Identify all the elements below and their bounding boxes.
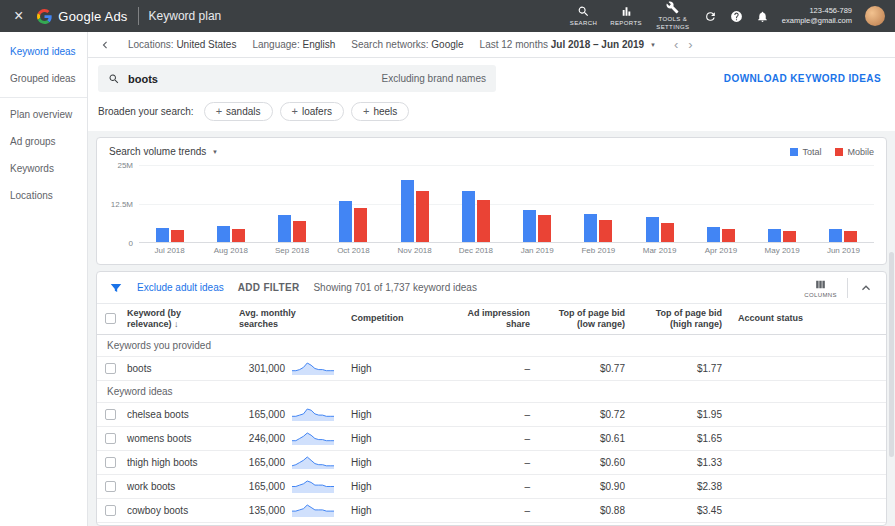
row-checkbox[interactable] bbox=[105, 409, 116, 420]
row-checkbox[interactable] bbox=[105, 363, 116, 374]
language-setting[interactable]: Language: English bbox=[252, 39, 335, 50]
broaden-chip-sandals[interactable]: +sandals bbox=[204, 102, 273, 121]
bar-total-sep-2018[interactable] bbox=[278, 215, 291, 242]
google-ads-brand[interactable]: Google Ads bbox=[37, 9, 127, 24]
chevron-down-icon: ▼ bbox=[650, 42, 656, 48]
bar-total-nov-2018[interactable] bbox=[401, 180, 414, 242]
bar-total-mar-2019[interactable] bbox=[646, 217, 659, 242]
bar-mobile-apr-2019[interactable] bbox=[722, 229, 735, 242]
sidebar-item-ad-groups[interactable]: Ad groups bbox=[0, 128, 87, 155]
legend-item-mobile[interactable]: Mobile bbox=[835, 147, 874, 157]
bar-mobile-aug-2018[interactable] bbox=[232, 229, 245, 242]
plus-icon: + bbox=[292, 106, 298, 117]
vertical-scrollbar[interactable] bbox=[889, 252, 894, 457]
bar-mobile-oct-2018[interactable] bbox=[354, 208, 367, 242]
column-header-top-of-page-bid-high-range[interactable]: Top of page bid (high range) bbox=[633, 304, 730, 334]
help-icon[interactable] bbox=[730, 10, 743, 23]
refresh-icon[interactable] bbox=[704, 10, 717, 23]
bar-total-oct-2018[interactable] bbox=[339, 201, 352, 242]
bar-mobile-feb-2019[interactable] bbox=[599, 220, 612, 242]
row-checkbox[interactable] bbox=[105, 505, 116, 516]
sidebar-item-plan-overview[interactable]: Plan overview bbox=[0, 97, 87, 128]
sidebar-item-locations[interactable]: Locations bbox=[0, 182, 87, 209]
row-checkbox[interactable] bbox=[105, 433, 116, 444]
bar-mobile-sep-2018[interactable] bbox=[293, 221, 306, 242]
broaden-chip-heels[interactable]: +heels bbox=[351, 102, 409, 121]
row-checkbox[interactable] bbox=[105, 481, 116, 492]
bar-mobile-jan-2019[interactable] bbox=[538, 215, 551, 242]
y-tick-label: 0 bbox=[129, 239, 133, 248]
sidebar-item-keywords[interactable]: Keywords bbox=[0, 155, 87, 182]
add-filter-button[interactable]: ADD FILTER bbox=[238, 282, 300, 293]
column-header-account-status[interactable]: Account status bbox=[730, 304, 886, 334]
columns-button[interactable]: COLUMNS bbox=[804, 278, 837, 298]
search-query: boots bbox=[128, 73, 158, 85]
next-period-icon[interactable]: › bbox=[686, 37, 694, 52]
column-header-ad-impression-share[interactable]: Ad impression share bbox=[438, 304, 538, 334]
column-header-keyword-by-relevance[interactable]: Keyword (by relevance) ↓ bbox=[119, 304, 231, 334]
filter-row: Exclude adult ideas ADD FILTER Showing 7… bbox=[97, 272, 886, 304]
top-of-page-bid-low-cell: $0.61 bbox=[538, 426, 633, 450]
notifications-bell-icon[interactable] bbox=[756, 10, 769, 23]
account-status-cell bbox=[730, 402, 886, 426]
chip-label: heels bbox=[373, 106, 397, 117]
bar-total-aug-2018[interactable] bbox=[217, 226, 230, 242]
chart-plot bbox=[139, 165, 874, 243]
column-header-top-of-page-bid-low-range[interactable]: Top of page bid (low range) bbox=[538, 304, 633, 334]
date-range-dropdown[interactable]: Last 12 months Jul 2018 – Jun 2019 ▼ bbox=[480, 39, 656, 50]
bar-total-may-2019[interactable] bbox=[768, 229, 781, 242]
search-networks-value: Google bbox=[431, 39, 463, 50]
row-checkbox[interactable] bbox=[105, 457, 116, 468]
tools-settings-nav-button[interactable]: TOOLS & SETTINGS bbox=[655, 1, 691, 31]
bar-mobile-dec-2018[interactable] bbox=[477, 200, 490, 242]
searches-value: 246,000 bbox=[249, 433, 285, 444]
app-body: Keyword ideasGrouped ideasPlan overviewA… bbox=[0, 32, 895, 526]
searches-value-wrap: 165,000 bbox=[239, 455, 335, 470]
bar-mobile-may-2019[interactable] bbox=[783, 231, 796, 242]
select-all-checkbox[interactable] bbox=[105, 313, 116, 324]
ad-impression-share-cell: – bbox=[438, 356, 538, 380]
chart-type-dropdown[interactable]: Search volume trends ▼ bbox=[109, 146, 218, 157]
bar-group-feb-2019 bbox=[568, 165, 629, 242]
topbar: × Google Ads Keyword plan SEARCH REPORTS… bbox=[0, 0, 895, 32]
exclude-adult-ideas-link[interactable]: Exclude adult ideas bbox=[137, 282, 224, 293]
bar-mobile-nov-2018[interactable] bbox=[416, 191, 429, 242]
competition-cell: High bbox=[343, 498, 438, 522]
x-tick-label: Apr 2019 bbox=[690, 246, 751, 255]
bar-mobile-mar-2019[interactable] bbox=[661, 223, 674, 242]
keyword-search-input[interactable]: boots Excluding brand names bbox=[98, 65, 496, 92]
locations-setting[interactable]: Locations: United States bbox=[128, 39, 236, 50]
back-icon[interactable] bbox=[98, 38, 112, 52]
avg-monthly-searches-cell: 135,000 bbox=[231, 498, 343, 522]
bar-total-apr-2019[interactable] bbox=[707, 227, 720, 242]
bar-mobile-jun-2019[interactable] bbox=[844, 231, 857, 242]
avg-monthly-searches-cell: 201,000 bbox=[231, 522, 343, 526]
bar-group-oct-2018 bbox=[323, 165, 384, 242]
avatar[interactable] bbox=[865, 6, 885, 26]
legend-item-total[interactable]: Total bbox=[790, 147, 821, 157]
bar-total-jun-2019[interactable] bbox=[829, 229, 842, 242]
previous-period-icon[interactable]: ‹ bbox=[672, 37, 680, 52]
filter-icon[interactable] bbox=[109, 281, 123, 295]
bar-total-dec-2018[interactable] bbox=[462, 191, 475, 242]
column-header-competition[interactable]: Competition bbox=[343, 304, 438, 334]
reports-nav-button[interactable]: REPORTS bbox=[610, 5, 642, 28]
bar-total-feb-2019[interactable] bbox=[584, 214, 597, 242]
bar-total-jul-2018[interactable] bbox=[156, 228, 169, 242]
close-icon[interactable]: × bbox=[10, 8, 27, 24]
chevron-up-icon[interactable] bbox=[858, 280, 874, 296]
competition-cell: High bbox=[343, 474, 438, 498]
bar-mobile-jul-2018[interactable] bbox=[171, 230, 184, 242]
broaden-chip-loafers[interactable]: +loafers bbox=[280, 102, 344, 121]
sparkline-chart bbox=[291, 431, 335, 446]
chart-title: Search volume trends bbox=[109, 146, 206, 157]
column-header-avg-monthly-searches[interactable]: Avg. monthly searches bbox=[231, 304, 343, 334]
download-keyword-ideas-button[interactable]: DOWNLOAD KEYWORD IDEAS bbox=[724, 73, 885, 84]
search-networks-setting[interactable]: Search networks: Google bbox=[351, 39, 463, 50]
account-info[interactable]: 123-456-789 example@gmail.com bbox=[782, 6, 852, 26]
legend-swatch bbox=[790, 148, 798, 156]
search-nav-button[interactable]: SEARCH bbox=[570, 5, 597, 28]
sidebar-item-keyword-ideas[interactable]: Keyword ideas bbox=[0, 38, 87, 65]
sidebar-item-grouped-ideas[interactable]: Grouped ideas bbox=[0, 65, 87, 92]
bar-total-jan-2019[interactable] bbox=[523, 210, 536, 242]
